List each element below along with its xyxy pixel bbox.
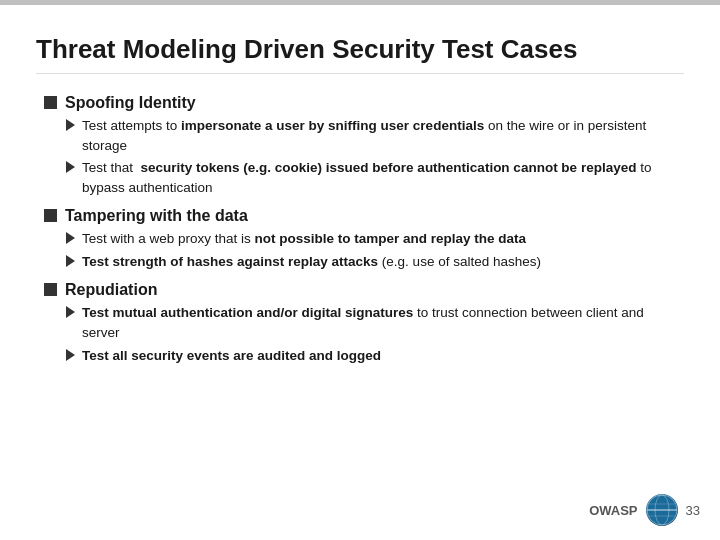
- triangle-icon: [66, 161, 75, 173]
- section-spoofing: Spoofing Identity Test attempts to imper…: [44, 94, 684, 197]
- section-title-repudiation: Repudiation: [65, 281, 157, 299]
- triangle-icon: [66, 255, 75, 267]
- section-tampering: Tampering with the data Test with a web …: [44, 207, 684, 271]
- sub-items-spoofing: Test attempts to impersonate a user by s…: [44, 116, 684, 197]
- sub-text: Test strength of hashes against replay a…: [82, 252, 541, 272]
- list-item: Test all security events are audited and…: [66, 346, 684, 366]
- bullet-square-icon: [44, 96, 57, 109]
- list-item: Test attempts to impersonate a user by s…: [66, 116, 684, 155]
- list-item: Test mutual authentication and/or digita…: [66, 303, 684, 342]
- section-title-spoofing: Spoofing Identity: [65, 94, 196, 112]
- section-title-tampering: Tampering with the data: [65, 207, 248, 225]
- section-header-tampering: Tampering with the data: [44, 207, 684, 225]
- bullet-square-icon: [44, 209, 57, 222]
- list-item: Test that security tokens (e.g. cookie) …: [66, 158, 684, 197]
- slide: Threat Modeling Driven Security Test Cas…: [0, 0, 720, 540]
- top-border: [0, 0, 720, 5]
- sub-text: Test attempts to impersonate a user by s…: [82, 116, 684, 155]
- sub-text: Test all security events are audited and…: [82, 346, 381, 366]
- brand-label: OWASP: [589, 503, 637, 518]
- triangle-icon: [66, 119, 75, 131]
- triangle-icon: [66, 232, 75, 244]
- footer: OWASP 33: [589, 494, 700, 526]
- section-repudiation: Repudiation Test mutual authentication a…: [44, 281, 684, 365]
- list-item: Test strength of hashes against replay a…: [66, 252, 684, 272]
- sub-items-tampering: Test with a web proxy that is not possib…: [44, 229, 684, 271]
- owasp-globe-icon: [646, 494, 678, 526]
- section-header-spoofing: Spoofing Identity: [44, 94, 684, 112]
- content-area: Spoofing Identity Test attempts to imper…: [36, 94, 684, 365]
- section-header-repudiation: Repudiation: [44, 281, 684, 299]
- sub-text: Test mutual authentication and/or digita…: [82, 303, 684, 342]
- bullet-square-icon: [44, 283, 57, 296]
- page-title: Threat Modeling Driven Security Test Cas…: [36, 34, 684, 74]
- triangle-icon: [66, 306, 75, 318]
- sub-items-repudiation: Test mutual authentication and/or digita…: [44, 303, 684, 365]
- page-number: 33: [686, 503, 700, 518]
- sub-text: Test that security tokens (e.g. cookie) …: [82, 158, 684, 197]
- sub-text: Test with a web proxy that is not possib…: [82, 229, 526, 249]
- list-item: Test with a web proxy that is not possib…: [66, 229, 684, 249]
- triangle-icon: [66, 349, 75, 361]
